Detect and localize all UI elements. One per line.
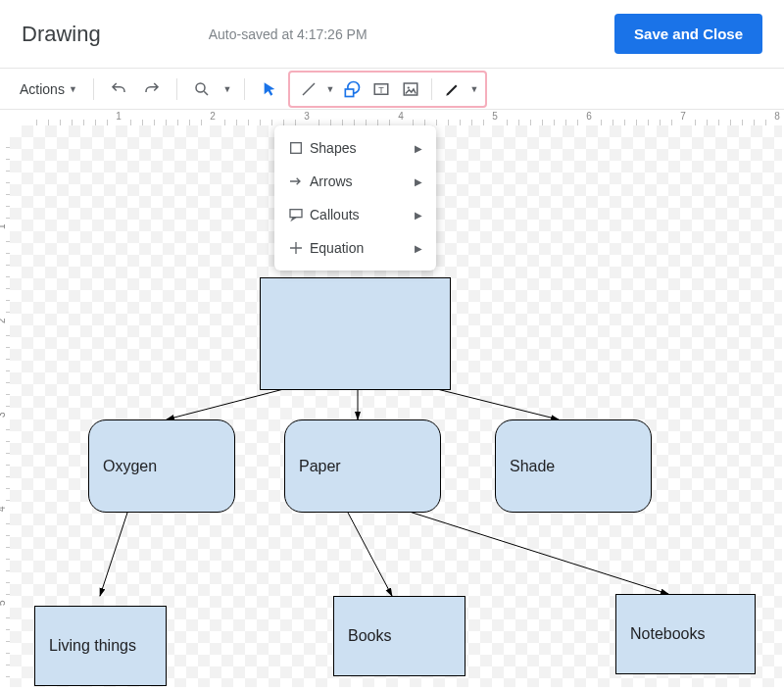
svg-point-8 (407, 86, 409, 88)
textbox-tool-button[interactable]: T (367, 74, 396, 104)
horizontal-ruler: 12345678 (10, 110, 782, 125)
dropdown-item-callouts[interactable]: Callouts ▶ (274, 198, 436, 231)
zoom-dropdown-caret[interactable]: ▼ (220, 84, 234, 94)
node-notebooks[interactable]: Notebooks (615, 594, 756, 674)
toolbar-separator (176, 78, 177, 100)
line-dropdown-caret[interactable]: ▼ (323, 84, 337, 94)
toolbar: Actions ▼ ▼ ▼ T ▼ (0, 69, 784, 110)
select-tool-button[interactable] (255, 74, 284, 104)
actions-label: Actions (20, 81, 65, 97)
submenu-arrow-icon: ▶ (415, 176, 422, 187)
dialog-title: Drawing (22, 22, 101, 47)
shape-tool-button[interactable] (337, 74, 367, 104)
node-oxygen-label: Oxygen (103, 458, 157, 475)
dropdown-label: Shapes (310, 140, 415, 156)
svg-line-1 (204, 91, 208, 95)
node-paper[interactable]: Paper (284, 419, 441, 513)
submenu-arrow-icon: ▶ (415, 143, 422, 154)
drawing-canvas[interactable]: Oxygen Paper Shade Living things Books N… (10, 125, 782, 687)
callouts-icon (288, 207, 310, 222)
image-tool-button[interactable] (396, 74, 425, 104)
toolbar-separator (244, 78, 245, 100)
submenu-arrow-icon: ▶ (415, 210, 422, 221)
svg-line-2 (303, 83, 315, 95)
highlighted-tool-group: ▼ T ▼ (288, 71, 487, 108)
dropdown-label: Equation (310, 240, 415, 256)
equation-icon (288, 240, 310, 256)
svg-line-11 (421, 385, 559, 419)
node-notebooks-label: Notebooks (630, 625, 706, 643)
node-paper-label: Paper (299, 458, 341, 475)
dropdown-item-equation[interactable]: Equation ▶ (274, 231, 436, 265)
shape-dropdown-menu: Shapes ▶ Arrows ▶ Callouts ▶ (274, 125, 436, 271)
vertical-ruler: 123456 (0, 125, 10, 687)
dropdown-item-arrows[interactable]: Arrows ▶ (274, 165, 436, 198)
node-books-label: Books (348, 627, 391, 645)
canvas-area: 12345678 123456 Oxygen Paper Shade (0, 110, 784, 688)
chevron-down-icon: ▼ (69, 84, 77, 94)
pen-dropdown-caret[interactable]: ▼ (467, 84, 481, 94)
dropdown-label: Callouts (310, 207, 415, 222)
line-tool-button[interactable] (294, 74, 323, 104)
svg-rect-16 (290, 210, 302, 218)
shapes-icon (288, 140, 310, 156)
node-living-label: Living things (49, 637, 136, 655)
save-and-close-button[interactable]: Save and Close (614, 14, 762, 54)
arrows-icon (288, 173, 310, 189)
node-books[interactable]: Books (333, 596, 466, 676)
node-living-things[interactable]: Living things (34, 606, 167, 686)
submenu-arrow-icon: ▶ (415, 243, 422, 254)
node-root[interactable] (260, 277, 451, 390)
svg-line-12 (100, 513, 127, 596)
undo-button[interactable] (104, 74, 133, 104)
toolbar-separator (93, 78, 94, 100)
pen-tool-button[interactable] (438, 74, 467, 104)
node-shade[interactable]: Shade (495, 419, 652, 513)
toolbar-separator (431, 78, 432, 100)
svg-line-14 (397, 508, 668, 594)
node-shade-label: Shade (510, 458, 555, 475)
actions-menu-button[interactable]: Actions ▼ (14, 77, 83, 101)
svg-point-0 (196, 83, 205, 92)
zoom-button[interactable] (187, 74, 217, 104)
dropdown-label: Arrows (310, 173, 415, 189)
svg-rect-15 (291, 143, 302, 154)
dialog-header: Drawing Auto-saved at 4:17:26 PM Save an… (0, 0, 784, 69)
svg-rect-4 (345, 89, 353, 97)
svg-line-9 (167, 385, 299, 419)
node-oxygen[interactable]: Oxygen (88, 419, 235, 513)
redo-button[interactable] (137, 74, 167, 104)
dropdown-item-shapes[interactable]: Shapes ▶ (274, 131, 436, 165)
autosave-status: Auto-saved at 4:17:26 PM (209, 26, 614, 42)
svg-line-13 (348, 513, 392, 596)
svg-text:T: T (378, 84, 384, 94)
